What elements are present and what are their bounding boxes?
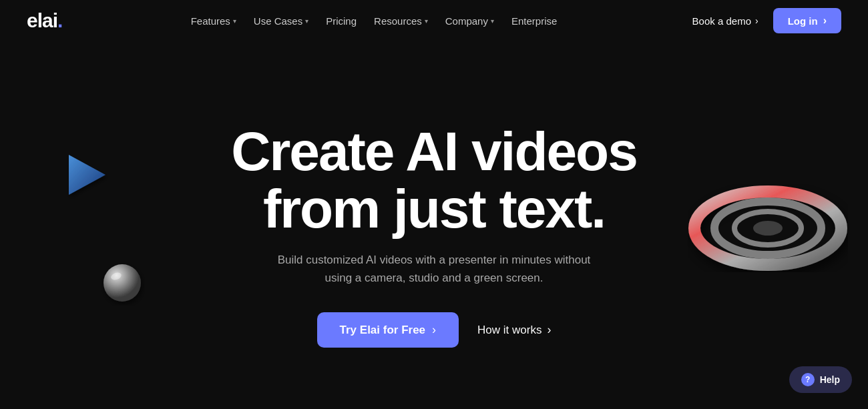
chevron-down-icon: ▾: [305, 17, 308, 25]
nav-item-resources[interactable]: Resources ▾: [367, 11, 435, 31]
svg-point-3: [110, 272, 122, 282]
nav-item-company[interactable]: Company ▾: [439, 11, 501, 31]
nav-link-usecases[interactable]: Use Cases ▾: [247, 11, 315, 31]
help-button[interactable]: ? Help: [789, 366, 852, 393]
book-demo-button[interactable]: Book a demo ›: [686, 11, 765, 31]
arrow-right-icon: ›: [547, 323, 551, 337]
hero-subtitle: Build customized AI videos with a presen…: [274, 251, 594, 287]
logo[interactable]: elai.: [27, 9, 62, 32]
login-button[interactable]: Log in ›: [773, 8, 841, 33]
nav-item-pricing[interactable]: Pricing: [319, 11, 363, 31]
try-free-button[interactable]: Try Elai for Free ›: [317, 312, 459, 348]
help-icon: ?: [801, 373, 815, 386]
logo-text: elai.: [27, 9, 62, 31]
chevron-down-icon: ▾: [491, 17, 494, 25]
nav-link-resources[interactable]: Resources ▾: [367, 11, 435, 31]
nav-link-features[interactable]: Features ▾: [184, 11, 243, 31]
arrow-right-icon: ›: [755, 15, 758, 26]
decorative-sphere: [99, 262, 146, 308]
how-it-works-button[interactable]: How it works ›: [477, 323, 551, 337]
nav-links: Features ▾ Use Cases ▾ Pricing Resources…: [184, 11, 564, 31]
chevron-down-icon: ▾: [425, 17, 428, 25]
svg-point-5: [714, 201, 821, 255]
svg-point-2: [103, 264, 141, 302]
nav-item-usecases[interactable]: Use Cases ▾: [247, 11, 315, 31]
svg-point-1: [103, 274, 141, 300]
arrow-right-icon: ›: [432, 323, 436, 337]
hero-title: Create AI videos from just text.: [231, 123, 637, 238]
decorative-triangle: [59, 148, 112, 201]
svg-marker-0: [69, 155, 105, 195]
hero-section: Create AI videos from just text. Build c…: [0, 41, 868, 409]
nav-link-enterprise[interactable]: Enterprise: [505, 11, 564, 31]
chevron-down-icon: ▾: [233, 17, 236, 25]
svg-point-6: [734, 212, 801, 245]
nav-right: Book a demo › Log in ›: [686, 8, 841, 33]
nav-link-company[interactable]: Company ▾: [439, 11, 501, 31]
svg-point-4: [694, 191, 841, 265]
nav-item-features[interactable]: Features ▾: [184, 11, 243, 31]
hero-buttons: Try Elai for Free › How it works ›: [317, 312, 552, 348]
nav-item-enterprise[interactable]: Enterprise: [505, 11, 564, 31]
navbar: elai. Features ▾ Use Cases ▾ Pricing Res…: [0, 0, 868, 41]
decorative-ring: [688, 175, 848, 282]
arrow-right-icon: ›: [823, 15, 827, 27]
svg-point-7: [753, 221, 783, 236]
nav-link-pricing[interactable]: Pricing: [319, 11, 363, 31]
